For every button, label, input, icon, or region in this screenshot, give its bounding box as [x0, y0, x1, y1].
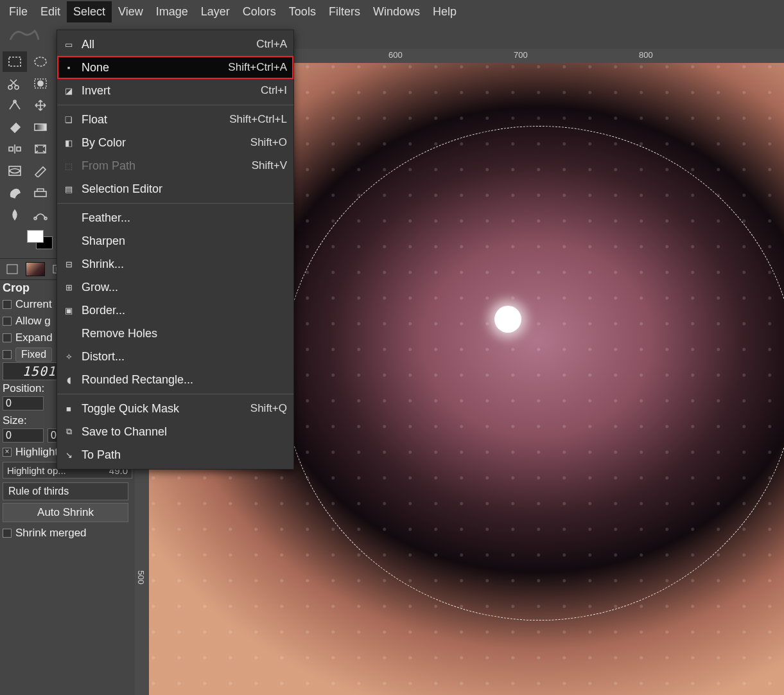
- svg-rect-11: [35, 191, 46, 197]
- menu-item-icon: ◧: [62, 138, 75, 148]
- menu-item-sharpen[interactable]: Sharpen: [57, 229, 293, 252]
- size-w-input[interactable]: [3, 428, 44, 443]
- menu-item-label: Remove Holes: [82, 327, 157, 340]
- tool-foreground-select[interactable]: [28, 73, 53, 94]
- menu-item-label: All: [82, 38, 94, 51]
- menu-colors[interactable]: Colors: [236, 1, 283, 22]
- menu-file[interactable]: File: [3, 1, 34, 22]
- menu-item-shortcut: Shift+V: [252, 159, 287, 172]
- menu-item-selection-editor[interactable]: ▤Selection Editor: [57, 177, 293, 200]
- tool-transform[interactable]: [28, 139, 53, 159]
- menu-item-remove-holes[interactable]: Remove Holes: [57, 322, 293, 345]
- tool-smudge[interactable]: [3, 204, 27, 225]
- foreground-color[interactable]: [27, 230, 44, 243]
- svg-rect-0: [9, 57, 21, 66]
- svg-rect-14: [7, 265, 17, 274]
- fixed-value-input[interactable]: [3, 362, 60, 380]
- tool-ellipse-select[interactable]: [28, 51, 53, 72]
- menu-item-label: Sharpen: [82, 234, 125, 248]
- chk-expand[interactable]: [3, 333, 12, 342]
- select-menu-dropdown: ▭AllCtrl+A▪NoneShift+Ctrl+A◪InvertCtrl+I…: [57, 30, 294, 470]
- menu-item-label: Save to Channel: [82, 425, 167, 439]
- tab-tool-options[interactable]: [1, 261, 23, 277]
- chk-highlight[interactable]: [3, 448, 12, 457]
- color-swatches[interactable]: [3, 230, 58, 253]
- fixed-combo[interactable]: Fixed: [15, 348, 52, 362]
- menu-item-label: Rounded Rectangle...: [82, 373, 193, 387]
- menu-item-float[interactable]: ❏FloatShift+Ctrl+L: [57, 108, 293, 131]
- tool-gradient[interactable]: [28, 117, 53, 137]
- menu-item-feather[interactable]: Feather...: [57, 206, 293, 229]
- ruler-h-tick: 800: [639, 50, 653, 60]
- svg-rect-7: [35, 124, 46, 130]
- toolbox: [0, 48, 55, 227]
- menu-item-icon: ◪: [62, 86, 75, 96]
- svg-point-1: [35, 57, 46, 66]
- menu-item-all[interactable]: ▭AllCtrl+A: [57, 33, 293, 56]
- menu-tools[interactable]: Tools: [283, 1, 322, 22]
- tool-scissors[interactable]: [3, 73, 27, 94]
- menu-select[interactable]: Select: [67, 1, 112, 22]
- chk-allow-growing[interactable]: [3, 317, 12, 326]
- menu-windows[interactable]: Windows: [367, 1, 426, 22]
- menu-item-none[interactable]: ▪NoneShift+Ctrl+A: [57, 56, 293, 79]
- menu-edit[interactable]: Edit: [34, 1, 67, 22]
- tool-pencil[interactable]: [28, 161, 53, 181]
- opt-expand: Expand: [15, 331, 53, 344]
- menu-help[interactable]: Help: [426, 1, 463, 22]
- tool-align[interactable]: [3, 139, 27, 159]
- tool-measure[interactable]: [3, 95, 27, 116]
- menu-layer[interactable]: Layer: [195, 1, 236, 22]
- tab-image-thumbnail[interactable]: [24, 261, 46, 277]
- svg-rect-8: [9, 147, 13, 151]
- menu-item-to-path[interactable]: ↘To Path: [57, 443, 293, 466]
- tool-warp[interactable]: [3, 161, 27, 181]
- menu-item-icon: ▪: [62, 63, 75, 73]
- tool-path[interactable]: [28, 204, 53, 225]
- menu-item-label: Feather...: [82, 211, 130, 225]
- menu-view[interactable]: View: [112, 1, 150, 22]
- menu-item-label: Invert: [82, 84, 110, 98]
- menu-item-label: Border...: [82, 304, 125, 317]
- menu-item-shortcut: Ctrl+I: [261, 84, 287, 97]
- tool-bucket-fill[interactable]: [3, 117, 27, 137]
- ruler-h-tick: 700: [514, 50, 528, 60]
- elliptical-selection-marquee[interactable]: [283, 126, 784, 620]
- menu-item-icon: ▣: [62, 306, 75, 315]
- menu-filters[interactable]: Filters: [322, 1, 367, 22]
- menu-item-label: Grow...: [82, 281, 118, 294]
- menu-item-icon: ✧: [62, 352, 75, 362]
- menu-item-by-color[interactable]: ◧By ColorShift+O: [57, 131, 293, 154]
- menu-item-border[interactable]: ▣Border...: [57, 299, 293, 322]
- menu-item-label: Selection Editor: [82, 182, 162, 196]
- tool-rect-select[interactable]: [3, 51, 27, 72]
- tool-move[interactable]: [28, 95, 53, 116]
- menu-item-shortcut: Shift+Ctrl+A: [228, 61, 287, 74]
- menu-item-icon: ↘: [62, 450, 75, 460]
- menu-item-save-to-channel[interactable]: ⧉Save to Channel: [57, 420, 293, 443]
- menu-item-icon: ⧉: [62, 427, 75, 437]
- menu-item-distort[interactable]: ✧Distort...: [57, 345, 293, 368]
- menu-item-toggle-quick-mask[interactable]: ■Toggle Quick MaskShift+Q: [57, 397, 293, 420]
- menu-item-rounded-rectangle[interactable]: ◖Rounded Rectangle...: [57, 368, 293, 391]
- auto-shrink-button[interactable]: Auto Shrink: [3, 503, 128, 522]
- chk-fixed[interactable]: [3, 350, 12, 359]
- menu-image[interactable]: Image: [150, 1, 195, 22]
- menu-item-icon: ▤: [62, 184, 75, 194]
- tool-clone[interactable]: [28, 182, 53, 203]
- chk-shrink-merged[interactable]: [3, 529, 12, 538]
- menu-item-shortcut: Shift+O: [250, 136, 287, 149]
- menu-item-shrink[interactable]: ⊟Shrink...: [57, 252, 293, 276]
- svg-point-5: [38, 81, 43, 86]
- menu-item-label: Float: [82, 113, 107, 127]
- menu-item-grow[interactable]: ⊞Grow...: [57, 276, 293, 299]
- menubar: File Edit Select View Image Layer Colors…: [0, 0, 784, 23]
- tool-mypaint-brush[interactable]: [3, 182, 27, 203]
- chk-current-layer[interactable]: [3, 300, 12, 309]
- pos-x-input[interactable]: [3, 396, 44, 410]
- menu-item-icon: ⊞: [62, 283, 75, 292]
- opt-highlight: Highlight: [15, 446, 58, 459]
- guides-combo[interactable]: Rule of thirds: [3, 482, 128, 500]
- menu-item-invert[interactable]: ◪InvertCtrl+I: [57, 79, 293, 102]
- menu-item-shortcut: Ctrl+A: [256, 38, 287, 51]
